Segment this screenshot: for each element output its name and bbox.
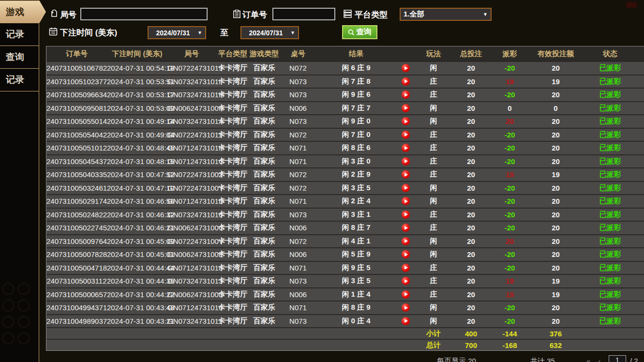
cell-result: 闲 8 庄 7 [317,223,395,232]
cell-clipped: 已派彩 [637,303,644,312]
total-valid-bet: 632 [528,341,584,349]
play-cell [395,197,417,205]
order-no-input[interactable] [272,8,335,20]
cell-game-type: 百家乐 [250,157,279,166]
divider [0,91,39,91]
cell-status: 已派彩 [584,77,637,86]
cell-valid-bet: 20 [528,117,584,125]
cell-order-no: 240731004989037 [46,317,107,325]
watermark-circle [17,332,30,345]
cell-result: 闲 9 庄 5 [317,263,395,272]
cell-game-type: 百家乐 [250,263,279,272]
column-header: 派彩 [492,49,528,59]
cell-round-no: GN0062473100D [167,290,216,299]
table-row: 2407310050097642024-07-31 00:45:09GN0722… [46,234,644,248]
cell-platform: 卡卡湾厅 [216,63,250,73]
cell-status: 已派彩 [584,170,637,179]
cell-order-no: 240731005055014 [46,117,107,125]
cell-round-no: GN0062473100R [167,104,216,112]
cell-status: 已派彩 [584,90,637,99]
date-to-select[interactable]: 2024/07/31 ▼ [240,26,299,39]
cell-order-no: 240731005106782 [46,64,107,72]
cell-clipped: 已派彩 [637,196,644,206]
cell-platform: 卡卡湾厅 [216,117,250,126]
cell-valid-bet: 19 [528,77,584,86]
cell-order-no: 240731005032461 [46,184,107,192]
pager-prev-arrows[interactable]: « ‹ [586,357,604,362]
game-no-input[interactable] [80,8,208,20]
play-icon[interactable] [402,224,410,232]
cell-table-no: N073 [279,90,317,99]
cell-bet-time: 2024-07-31 00:53:51 [107,77,167,86]
cell-status: 已派彩 [584,276,637,286]
play-icon[interactable] [402,77,410,86]
column-header: 洗码 [637,49,644,59]
sidebar-item-records[interactable]: 记录 [0,23,39,45]
subtotal-total-bet: 400 [450,330,492,338]
cell-payout: -20 [492,250,528,258]
cell-payout: 19 [492,277,528,285]
play-icon[interactable] [402,197,410,205]
cell-result: 闲 7 庄 0 [317,130,395,139]
cell-valid-bet: 20 [528,197,584,205]
sidebar-item-query[interactable]: 查询 [0,46,39,68]
cell-game-type: 百家乐 [250,170,279,179]
play-icon[interactable] [402,117,410,125]
watermark-circle [2,316,15,328]
play-icon[interactable] [402,144,410,152]
cell-bet-time: 2024-07-31 00:43:21 [107,317,167,325]
tag-icon [50,10,59,18]
play-icon[interactable] [402,157,410,166]
cell-round-no: GN0712473101D [167,197,216,205]
order-no-label: 订单号 [242,9,267,20]
cell-game-type: 百家乐 [250,276,279,286]
cell-valid-bet: 19 [528,290,584,299]
cell-order-no: 240731005096634 [46,90,107,99]
cell-bet-time: 2024-07-31 00:46:56 [107,197,167,205]
play-icon[interactable] [402,184,410,192]
cell-platform: 卡卡湾厅 [216,104,250,113]
play-icon[interactable] [402,170,410,179]
cell-status: 已派彩 [584,130,637,139]
cell-bet-time: 2024-07-31 00:43:48 [107,303,167,312]
table-row: 2407310050550142024-07-31 00:49:14GN0732… [46,114,644,128]
corner-watermark [626,2,637,8]
cell-valid-bet: 20 [528,90,584,99]
play-icon[interactable] [402,131,410,139]
cell-clipped: 已派彩 [637,104,644,113]
play-icon[interactable] [402,64,410,72]
search-button[interactable]: 查询 [342,25,377,39]
play-icon[interactable] [402,277,410,285]
cell-order-no: 240731005003112 [46,277,107,285]
play-icon[interactable] [402,104,410,112]
cell-platform: 卡卡湾厅 [216,303,250,312]
cell-status: 已派彩 [584,117,637,126]
cell-round-no: GN07224731019 [167,64,216,72]
play-cell [395,237,417,245]
cell-status: 已派彩 [584,104,637,113]
cell-platform: 卡卡湾厅 [216,223,250,232]
play-icon[interactable] [402,90,410,99]
cell-bet-time: 2024-07-31 00:53:09 [107,104,167,112]
play-icon[interactable] [402,237,410,245]
page-number-input[interactable]: 1 [609,355,626,362]
column-header: 局号 [167,49,216,59]
cell-status: 已派彩 [584,63,637,73]
play-icon[interactable] [402,317,410,325]
play-icon[interactable] [402,303,410,312]
cell-result: 闲 3 庄 1 [317,210,395,219]
date-from-select[interactable]: 2024/07/31 ▼ [148,26,206,39]
table-row: 2407310050324612024-07-31 00:47:10GN0722… [46,181,644,195]
platform-select[interactable]: 1.全部 ▼ [400,8,492,21]
play-icon[interactable] [402,264,410,272]
play-icon[interactable] [402,290,410,299]
play-icon[interactable] [402,211,410,219]
sidebar-item-games[interactable]: 游戏 [0,1,46,23]
sidebar-item-records-2[interactable]: 记录 [0,69,39,91]
total-total-bet: 700 [450,341,492,349]
play-icon[interactable] [402,250,410,258]
per-page-label: 每页显示 [437,357,466,362]
cell-table-no: N071 [279,197,317,205]
cell-bet-on: 庄 [417,210,450,219]
cell-round-no: GN07324731013 [167,277,216,285]
